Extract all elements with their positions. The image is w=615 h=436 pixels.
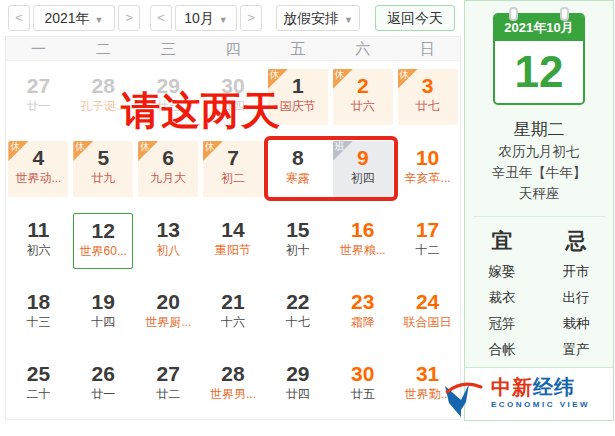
ji-column: 忌 开市出行栽种置产词讼 — [539, 227, 613, 389]
ganzhi-year: 辛丑年【牛年】 — [465, 162, 613, 183]
day-number: 13 — [138, 217, 198, 242]
day-sublabel: 世界男... — [203, 386, 263, 403]
back-to-today-button[interactable]: 返回今天 — [375, 5, 455, 31]
day-number: 16 — [333, 217, 393, 242]
calendar-cell-24[interactable]: 24联合国日 — [398, 285, 458, 341]
toolbar: < 2021年▼ > < 10月▼ > 放假安排▼ 返回今天 — [8, 4, 455, 32]
calendar-ring-icon — [560, 7, 569, 21]
zodiac-sign: 天秤座 — [465, 183, 613, 204]
calendar-cell-4[interactable]: 休4世界动... — [8, 141, 68, 197]
calendar-cell-22[interactable]: 22十七 — [268, 285, 328, 341]
calendar-icon: 2021年10月 12 — [493, 13, 585, 105]
calendar-cell-16[interactable]: 16世界粮... — [333, 213, 393, 269]
calendar-cell-25[interactable]: 25二十 — [8, 357, 68, 413]
day-number: 19 — [73, 289, 133, 314]
calendar-cell-18[interactable]: 18十三 — [8, 285, 68, 341]
day-sublabel: 十四 — [73, 314, 133, 331]
day-sublabel: 初二 — [203, 170, 263, 187]
calendar-icon-day: 12 — [495, 41, 583, 103]
yi-column: 宜 嫁娶裁衣冠笄合帐祭祀 — [465, 227, 539, 389]
calendar-week-row: 11初六12世界60...13初八14重阳节15初十16世界粮...17十二 — [6, 205, 460, 277]
ji-title: 忌 — [539, 227, 613, 255]
weekday-label: 五 — [265, 37, 330, 60]
day-number: 10 — [398, 145, 458, 170]
holiday-schedule-select[interactable]: 放假安排▼ — [276, 5, 360, 31]
calendar-cell-10[interactable]: 10辛亥革... — [398, 141, 458, 197]
almanac-item: 栽种 — [539, 311, 613, 337]
almanac-item: 出行 — [539, 285, 613, 311]
almanac-item: 合帐 — [465, 337, 539, 363]
weekday-label: 二 — [71, 37, 136, 60]
day-sublabel: 十七 — [268, 314, 328, 331]
day-sublabel: 九月大 — [138, 170, 198, 187]
calendar-cell-5[interactable]: 休5廿九 — [73, 141, 133, 197]
day-number: 24 — [398, 289, 458, 314]
day-sublabel: 初六 — [8, 242, 68, 259]
calendar-cell-21[interactable]: 21十六 — [203, 285, 263, 341]
day-number: 27 — [8, 73, 68, 98]
calendar-cell-15[interactable]: 15初十 — [268, 213, 328, 269]
calendar-cell-27[interactable]: 27廿二 — [138, 357, 198, 413]
day-number: 27 — [138, 361, 198, 386]
day-number: 21 — [203, 289, 263, 314]
next-year-button[interactable]: > — [118, 5, 140, 31]
day-sublabel: 辛亥革... — [398, 170, 458, 187]
logo-cn-blue: 经纬 — [533, 376, 575, 398]
almanac-item: 裁衣 — [465, 285, 539, 311]
month-select[interactable]: 10月▼ — [175, 5, 237, 31]
weekday-label: 六 — [330, 37, 395, 60]
day-number: 18 — [8, 289, 68, 314]
day-number: 30 — [333, 361, 393, 386]
calendar-cell-26[interactable]: 26廿一 — [73, 357, 133, 413]
day-number: 23 — [333, 289, 393, 314]
logo-en: ECONOMIC VIEW — [491, 400, 590, 409]
day-sublabel: 二十 — [8, 386, 68, 403]
calendar-cell-6[interactable]: 休6九月大 — [138, 141, 198, 197]
almanac-item: 嫁娶 — [465, 259, 539, 285]
calendar-cell-17[interactable]: 17十二 — [398, 213, 458, 269]
day-sublabel: 廿四 — [268, 386, 328, 403]
economic-view-logo-icon — [439, 370, 489, 420]
calendar-cell-27[interactable]: 27廿一 — [8, 69, 68, 125]
calendar-cell-23[interactable]: 23霜降 — [333, 285, 393, 341]
yi-ji-section: 宜 嫁娶裁衣冠笄合帐祭祀 忌 开市出行栽种置产词讼 — [465, 227, 613, 389]
next-month-button[interactable]: > — [240, 5, 262, 31]
day-sublabel: 霜降 — [333, 314, 393, 331]
logo-cn-red: 中新 — [491, 376, 533, 398]
day-number: 22 — [268, 289, 328, 314]
calendar-cell-12[interactable]: 12世界60... — [73, 213, 133, 269]
calendar-cell-2[interactable]: 休2廿六 — [333, 69, 393, 125]
year-select[interactable]: 2021年▼ — [33, 5, 115, 31]
day-number: 17 — [398, 217, 458, 242]
prev-month-button[interactable]: < — [150, 5, 172, 31]
almanac-item: 置产 — [539, 337, 613, 363]
day-number: 12 — [74, 218, 132, 243]
calendar-cell-19[interactable]: 19十四 — [73, 285, 133, 341]
day-sublabel: 廿一 — [73, 386, 133, 403]
prev-year-button[interactable]: < — [8, 5, 30, 31]
calendar-cell-11[interactable]: 11初六 — [8, 213, 68, 269]
day-sublabel: 十二 — [398, 242, 458, 259]
day-sublabel: 世界动... — [8, 170, 68, 187]
day-number: 11 — [8, 217, 68, 242]
day-sublabel: 联合国日 — [398, 314, 458, 331]
logo-text: 中新经纬 ECONOMIC VIEW — [491, 376, 590, 409]
day-sublabel: 廿七 — [398, 98, 458, 115]
day-sublabel: 初八 — [138, 242, 198, 259]
calendar-cell-7[interactable]: 休7初二 — [203, 141, 263, 197]
calendar-cell-3[interactable]: 休3廿七 — [398, 69, 458, 125]
day-sublabel: 十三 — [8, 314, 68, 331]
calendar-cell-13[interactable]: 13初八 — [138, 213, 198, 269]
calendar-cell-30[interactable]: 30廿五 — [333, 357, 393, 413]
calendar-week-row: 25二十26廿一27廿二28世界男...29廿四30廿五31世界勤... — [6, 349, 460, 421]
day-number: 20 — [138, 289, 198, 314]
day-number: 15 — [268, 217, 328, 242]
day-sublabel: 初十 — [268, 242, 328, 259]
calendar-icon-month: 2021年10月 — [495, 15, 583, 41]
calendar-cell-29[interactable]: 29廿四 — [268, 357, 328, 413]
day-sublabel: 廿六 — [333, 98, 393, 115]
weekday-label: 星期二 — [465, 118, 613, 141]
calendar-cell-14[interactable]: 14重阳节 — [203, 213, 263, 269]
calendar-cell-20[interactable]: 20世界厨... — [138, 285, 198, 341]
calendar-cell-28[interactable]: 28世界男... — [203, 357, 263, 413]
